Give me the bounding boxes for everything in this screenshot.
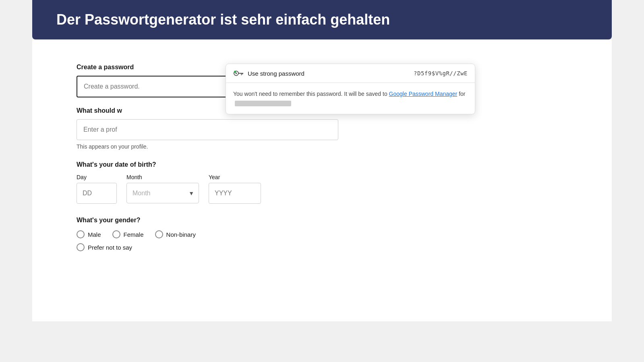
radio-female[interactable]: [112, 230, 120, 238]
year-input[interactable]: [209, 183, 261, 204]
gender-male-label: Male: [88, 231, 101, 238]
what-label: What should w: [77, 107, 122, 114]
year-field: Year: [209, 174, 261, 204]
main-card: Create a password: [32, 39, 612, 321]
gender-option-male[interactable]: Male: [77, 230, 101, 238]
gender-prefer-not-label: Prefer not to say: [88, 244, 132, 251]
blurred-account-text: [235, 101, 291, 106]
suggestion-link-suffix: for: [457, 91, 465, 97]
gender-option-nonbinary[interactable]: Non-binary: [155, 230, 196, 238]
month-field: Month Month January February March April…: [126, 174, 199, 203]
dob-row: Day Month Month January February March A…: [77, 174, 567, 204]
suggestion-password: ?D5f9$V%gR//ZwE: [414, 70, 468, 77]
gender-section: What's your gender? Male Female Non-bina…: [77, 217, 567, 251]
gender-options: Male Female Non-binary Prefer not to say: [77, 230, 567, 251]
radio-male[interactable]: [77, 230, 85, 238]
year-label: Year: [209, 174, 261, 180]
day-label: Day: [77, 174, 117, 180]
gender-option-prefer-not[interactable]: Prefer not to say: [77, 243, 567, 251]
svg-point-4: [236, 72, 237, 74]
key-icon: [233, 70, 244, 77]
suggestion-body: You won't need to remember this password…: [226, 83, 475, 114]
svg-point-8: [234, 71, 236, 73]
google-password-manager-link[interactable]: Google Password Manager: [389, 91, 458, 97]
gender-label: What's your gender?: [77, 217, 567, 224]
dob-section: What's your date of birth? Day Month Mon…: [77, 161, 567, 204]
profile-input-wrapper: [77, 119, 338, 140]
suggestion-body-text: You won't need to remember this password…: [233, 91, 389, 97]
suggestion-popup: Use strong password ?D5f9$V%gR//ZwE You …: [226, 64, 475, 114]
day-input[interactable]: [77, 183, 117, 204]
gender-nonbinary-label: Non-binary: [166, 231, 196, 238]
suggestion-icon-label: Use strong password: [233, 70, 304, 77]
dob-label: What's your date of birth?: [77, 161, 567, 168]
radio-nonbinary[interactable]: [155, 230, 163, 238]
gender-female-label: Female: [124, 231, 144, 238]
profile-hint: This appears on your profile.: [77, 143, 567, 150]
radio-prefer-not[interactable]: [77, 243, 85, 251]
month-label: Month: [126, 174, 199, 180]
month-select[interactable]: Month January February March April May J…: [126, 183, 199, 203]
profile-input[interactable]: [77, 119, 338, 140]
password-section: Create a password: [77, 64, 567, 97]
day-field: Day: [77, 174, 117, 204]
banner-title: Der Passwortgenerator ist sehr einfach g…: [56, 11, 588, 28]
month-select-wrapper: Month January February March April May J…: [126, 183, 199, 203]
suggestion-label: Use strong password: [248, 70, 304, 77]
gender-option-female[interactable]: Female: [112, 230, 144, 238]
banner: Der Passwortgenerator ist sehr einfach g…: [32, 0, 612, 39]
suggestion-top: Use strong password ?D5f9$V%gR//ZwE: [226, 64, 475, 83]
